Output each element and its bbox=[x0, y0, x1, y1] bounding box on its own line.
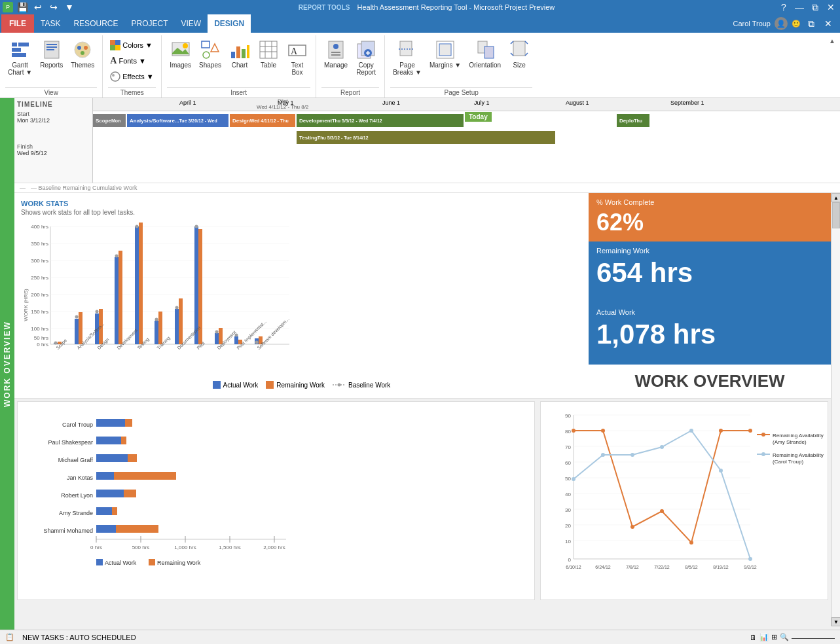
smiley-icon: 🙂 bbox=[792, 20, 801, 28]
svg-rect-85 bbox=[175, 309, 179, 344]
svg-rect-24 bbox=[236, 46, 240, 58]
legend-remaining-label: Remaining Work bbox=[276, 382, 325, 389]
menu-bar: FILE TASK RESOURCE PROJECT VIEW DESIGN C… bbox=[0, 14, 840, 33]
svg-rect-0 bbox=[12, 43, 17, 46]
ribbon-collapse-button[interactable]: ▲ bbox=[827, 35, 837, 46]
svg-rect-124 bbox=[114, 472, 176, 480]
svg-text:Remaining Availability: Remaining Availability bbox=[773, 452, 824, 458]
minimize-button[interactable]: — bbox=[793, 1, 806, 14]
svg-text:80: 80 bbox=[565, 429, 571, 435]
svg-text:Shammi Mohamed: Shammi Mohamed bbox=[43, 528, 93, 534]
svg-point-179 bbox=[630, 453, 634, 457]
svg-text:70: 70 bbox=[565, 444, 571, 450]
svg-rect-77 bbox=[119, 251, 122, 344]
bar-chart-legend: Actual Work Remaining Work Baseline Work bbox=[21, 378, 582, 391]
margins-button[interactable]: Margins ▼ bbox=[427, 38, 464, 70]
page-breaks-button[interactable]: PageBreaks ▼ bbox=[390, 38, 424, 77]
textbox-button[interactable]: A TextBox bbox=[284, 38, 310, 77]
timeline-label: TIMELINE bbox=[17, 101, 90, 108]
svg-point-78 bbox=[115, 255, 119, 258]
svg-rect-25 bbox=[242, 49, 246, 58]
effects-label: Effects ▼ bbox=[122, 73, 153, 80]
scroll-area[interactable]: WORK STATS Shows work stats for all top … bbox=[14, 193, 831, 626]
svg-point-176 bbox=[748, 429, 752, 433]
shapes-label: Shapes bbox=[199, 62, 221, 69]
user-avatar: 👤 bbox=[775, 17, 788, 30]
work-overview-sidebar: WORK OVERVIEW bbox=[0, 98, 14, 630]
right-scrollbar[interactable]: ▲ ▼ bbox=[831, 193, 840, 626]
table-button[interactable]: Table bbox=[255, 38, 282, 70]
shapes-button[interactable]: Shapes bbox=[196, 38, 224, 70]
actual-work-value: 1,078 hrs bbox=[596, 319, 823, 350]
svg-point-22 bbox=[203, 52, 210, 58]
design-bar: Design Wed 4/11/12 - Thu bbox=[230, 114, 295, 127]
svg-rect-37 bbox=[331, 54, 340, 56]
design-menu[interactable]: DESIGN bbox=[208, 14, 251, 33]
copy-report-label: CopyReport bbox=[356, 62, 376, 76]
manage-label: Manage bbox=[324, 62, 348, 69]
svg-text:Remaining Work: Remaining Work bbox=[157, 560, 201, 566]
svg-rect-120 bbox=[96, 454, 128, 462]
close-button[interactable]: ✕ bbox=[824, 1, 837, 14]
svg-point-173 bbox=[660, 509, 664, 513]
effects-button[interactable]: Effects ▼ bbox=[108, 71, 155, 82]
copy-report-button[interactable]: CopyReport bbox=[353, 38, 379, 77]
scroll-up-button[interactable]: ▲ bbox=[831, 193, 840, 202]
work-stats-chart-area: WORK STATS Shows work stats for all top … bbox=[14, 193, 589, 398]
gantt-chart-button[interactable]: GanttChart ▼ bbox=[5, 38, 35, 77]
scroll-thumb[interactable] bbox=[832, 202, 840, 228]
copy-report-icon bbox=[356, 39, 376, 60]
actual-work-box: Actual Work 1,078 hrs bbox=[589, 303, 831, 365]
chart-button[interactable]: Chart bbox=[227, 38, 253, 70]
file-menu[interactable]: FILE bbox=[1, 14, 34, 33]
resource-chart-svg: Carol Troup Paul Shakespear Michael Graf… bbox=[24, 408, 299, 592]
svg-rect-118 bbox=[121, 437, 126, 444]
scope-bar: ScopeMon bbox=[93, 114, 126, 127]
more-button[interactable]: ▼ bbox=[63, 1, 76, 14]
themes-button[interactable]: Themes bbox=[68, 38, 97, 70]
close-btn2[interactable]: ✕ bbox=[822, 17, 835, 30]
main-area: WORK OVERVIEW TIMELINE Start Mon 3/12/12… bbox=[0, 98, 840, 630]
redo-button[interactable]: ↪ bbox=[47, 1, 60, 14]
work-overview-title-area: WORK OVERVIEW bbox=[589, 365, 831, 398]
remaining-work-value: 654 hrs bbox=[596, 257, 823, 289]
svg-point-183 bbox=[748, 557, 752, 561]
task-menu[interactable]: TASK bbox=[34, 14, 67, 33]
size-button[interactable]: Size bbox=[506, 38, 532, 70]
resource-menu[interactable]: RESOURCE bbox=[67, 14, 124, 33]
project-menu[interactable]: PROJECT bbox=[124, 14, 174, 33]
svg-text:Robert Lyon: Robert Lyon bbox=[61, 492, 93, 499]
reports-button[interactable]: Reports bbox=[37, 38, 65, 70]
svg-text:10: 10 bbox=[565, 539, 571, 545]
user-name[interactable]: Carol Troup bbox=[733, 20, 771, 27]
svg-rect-115 bbox=[125, 419, 132, 427]
restore-button[interactable]: ⧉ bbox=[809, 1, 822, 14]
quick-access-toolbar: P 💾 ↩ ↪ ▼ REPORT TOOLS Health Assessment… bbox=[0, 0, 840, 14]
scroll-down-button[interactable]: ▼ bbox=[831, 617, 840, 626]
help-button[interactable]: ? bbox=[777, 1, 790, 14]
save-button[interactable]: 💾 bbox=[16, 1, 29, 14]
view-menu[interactable]: VIEW bbox=[174, 14, 208, 33]
colors-button[interactable]: Colors ▼ bbox=[108, 39, 155, 51]
svg-rect-129 bbox=[96, 507, 112, 515]
actual-work-title: Actual Work bbox=[596, 308, 823, 316]
manage-button[interactable]: Manage bbox=[321, 38, 350, 70]
task-mode-label: NEW TASKS : AUTO SCHEDULED bbox=[22, 634, 136, 641]
fonts-button[interactable]: A Fonts ▼ bbox=[108, 55, 148, 67]
svg-point-75 bbox=[96, 310, 99, 313]
restore-btn2[interactable]: ⧉ bbox=[805, 17, 818, 30]
svg-text:A: A bbox=[291, 46, 298, 56]
ribbon-section-report: Manage CopyReport Report bbox=[316, 35, 385, 98]
svg-text:(Amy Strande): (Amy Strande) bbox=[773, 439, 807, 445]
undo-button[interactable]: ↩ bbox=[31, 1, 45, 14]
svg-rect-127 bbox=[124, 490, 136, 497]
orientation-button[interactable]: Orientation bbox=[466, 38, 503, 70]
svg-text:40: 40 bbox=[565, 492, 571, 497]
today-label: Today bbox=[465, 112, 492, 122]
svg-point-69 bbox=[54, 342, 58, 345]
svg-rect-86 bbox=[179, 298, 183, 344]
svg-point-181 bbox=[689, 429, 693, 433]
ribbon-section-pagesetup: PageBreaks ▼ Margins ▼ Orientation bbox=[385, 35, 538, 98]
images-button[interactable]: Images bbox=[167, 38, 194, 70]
deploy-bar: Deplo Thu bbox=[617, 114, 649, 127]
